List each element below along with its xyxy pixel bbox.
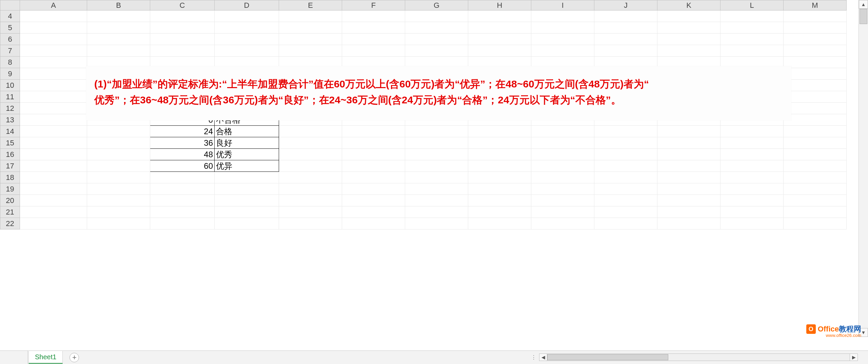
cell-L21[interactable] bbox=[721, 206, 784, 218]
cell-B16[interactable] bbox=[87, 149, 150, 160]
row-header[interactable]: 17 bbox=[0, 160, 20, 172]
row-header[interactable]: 10 bbox=[0, 80, 20, 91]
cell-M20[interactable] bbox=[784, 195, 847, 206]
cell-L22[interactable] bbox=[721, 218, 784, 229]
cell-C18[interactable] bbox=[150, 172, 215, 183]
row-header[interactable]: 12 bbox=[0, 103, 20, 114]
cell-B4[interactable] bbox=[87, 11, 150, 22]
cell-I4[interactable] bbox=[531, 11, 594, 22]
cell-I18[interactable] bbox=[531, 172, 594, 183]
cell-C17[interactable]: 60 bbox=[150, 160, 215, 172]
column-header[interactable]: B bbox=[87, 0, 150, 11]
cell-B5[interactable] bbox=[87, 22, 150, 34]
cell-L15[interactable] bbox=[721, 137, 784, 149]
hscroll-track[interactable] bbox=[547, 353, 850, 361]
cell-I15[interactable] bbox=[531, 137, 594, 149]
row-header[interactable]: 21 bbox=[0, 206, 20, 218]
column-header[interactable]: A bbox=[20, 0, 87, 11]
cell-F22[interactable] bbox=[342, 218, 405, 229]
cell-E6[interactable] bbox=[279, 34, 342, 45]
cell-J18[interactable] bbox=[594, 172, 657, 183]
cell-H17[interactable] bbox=[468, 160, 531, 172]
cell-I7[interactable] bbox=[531, 45, 594, 57]
column-header[interactable]: D bbox=[215, 0, 279, 11]
cell-H21[interactable] bbox=[468, 206, 531, 218]
cell-H22[interactable] bbox=[468, 218, 531, 229]
cell-A8[interactable] bbox=[20, 57, 87, 68]
cell-G22[interactable] bbox=[405, 218, 468, 229]
cell-I20[interactable] bbox=[531, 195, 594, 206]
row-header[interactable]: 7 bbox=[0, 45, 20, 57]
cell-D15[interactable]: 良好 bbox=[215, 137, 279, 149]
cell-F19[interactable] bbox=[342, 183, 405, 195]
cell-J22[interactable] bbox=[594, 218, 657, 229]
cell-B15[interactable] bbox=[87, 137, 150, 149]
cell-J6[interactable] bbox=[594, 34, 657, 45]
cell-J4[interactable] bbox=[594, 11, 657, 22]
cell-L16[interactable] bbox=[721, 149, 784, 160]
row-header[interactable]: 16 bbox=[0, 149, 20, 160]
cell-F21[interactable] bbox=[342, 206, 405, 218]
cell-C22[interactable] bbox=[150, 218, 215, 229]
row-header[interactable]: 5 bbox=[0, 22, 20, 34]
sheet-tab-active[interactable]: Sheet1 bbox=[28, 351, 63, 364]
cell-K16[interactable] bbox=[657, 149, 721, 160]
cell-G15[interactable] bbox=[405, 137, 468, 149]
cell-A6[interactable] bbox=[20, 34, 87, 45]
cell-M12[interactable] bbox=[784, 103, 847, 114]
cell-K22[interactable] bbox=[657, 218, 721, 229]
cell-C21[interactable] bbox=[150, 206, 215, 218]
cell-D18[interactable] bbox=[215, 172, 279, 183]
vscroll-thumb[interactable] bbox=[860, 9, 867, 24]
cell-L5[interactable] bbox=[721, 22, 784, 34]
cell-M9[interactable] bbox=[784, 68, 847, 80]
cell-A22[interactable] bbox=[20, 218, 87, 229]
cell-E14[interactable] bbox=[279, 126, 342, 137]
cell-A15[interactable] bbox=[20, 137, 87, 149]
cell-J19[interactable] bbox=[594, 183, 657, 195]
cell-D19[interactable] bbox=[215, 183, 279, 195]
cell-H18[interactable] bbox=[468, 172, 531, 183]
cell-E16[interactable] bbox=[279, 149, 342, 160]
tab-scroll-area[interactable] bbox=[0, 351, 28, 364]
cell-A5[interactable] bbox=[20, 22, 87, 34]
cell-L4[interactable] bbox=[721, 11, 784, 22]
cell-M21[interactable] bbox=[784, 206, 847, 218]
cell-I6[interactable] bbox=[531, 34, 594, 45]
cell-B21[interactable] bbox=[87, 206, 150, 218]
cell-M8[interactable] bbox=[784, 57, 847, 68]
cell-F17[interactable] bbox=[342, 160, 405, 172]
add-sheet-button[interactable]: + bbox=[70, 353, 79, 362]
cell-A21[interactable] bbox=[20, 206, 87, 218]
cell-C4[interactable] bbox=[150, 11, 215, 22]
cell-D4[interactable] bbox=[215, 11, 279, 22]
cell-G16[interactable] bbox=[405, 149, 468, 160]
cell-A9[interactable] bbox=[20, 68, 87, 80]
cell-L17[interactable] bbox=[721, 160, 784, 172]
cell-M10[interactable] bbox=[784, 80, 847, 91]
cell-M14[interactable] bbox=[784, 126, 847, 137]
cell-H20[interactable] bbox=[468, 195, 531, 206]
row-header[interactable]: 18 bbox=[0, 172, 20, 183]
description-textbox[interactable]: (1)“加盟业绩”的评定标准为:“上半年加盟费合计”值在60万元以上(含60万元… bbox=[86, 66, 791, 120]
cell-B17[interactable] bbox=[87, 160, 150, 172]
cell-M6[interactable] bbox=[784, 34, 847, 45]
column-header[interactable]: C bbox=[150, 0, 215, 11]
cell-F16[interactable] bbox=[342, 149, 405, 160]
cell-B20[interactable] bbox=[87, 195, 150, 206]
column-header[interactable]: M bbox=[784, 0, 847, 11]
row-header[interactable]: 14 bbox=[0, 126, 20, 137]
cell-A20[interactable] bbox=[20, 195, 87, 206]
cell-D7[interactable] bbox=[215, 45, 279, 57]
row-header[interactable]: 13 bbox=[0, 114, 20, 126]
row-header[interactable]: 8 bbox=[0, 57, 20, 68]
cell-M16[interactable] bbox=[784, 149, 847, 160]
select-all-corner[interactable] bbox=[0, 0, 20, 11]
cell-A18[interactable] bbox=[20, 172, 87, 183]
row-header[interactable]: 19 bbox=[0, 183, 20, 195]
cell-G14[interactable] bbox=[405, 126, 468, 137]
cell-M22[interactable] bbox=[784, 218, 847, 229]
cell-J15[interactable] bbox=[594, 137, 657, 149]
cell-K17[interactable] bbox=[657, 160, 721, 172]
cell-M4[interactable] bbox=[784, 11, 847, 22]
